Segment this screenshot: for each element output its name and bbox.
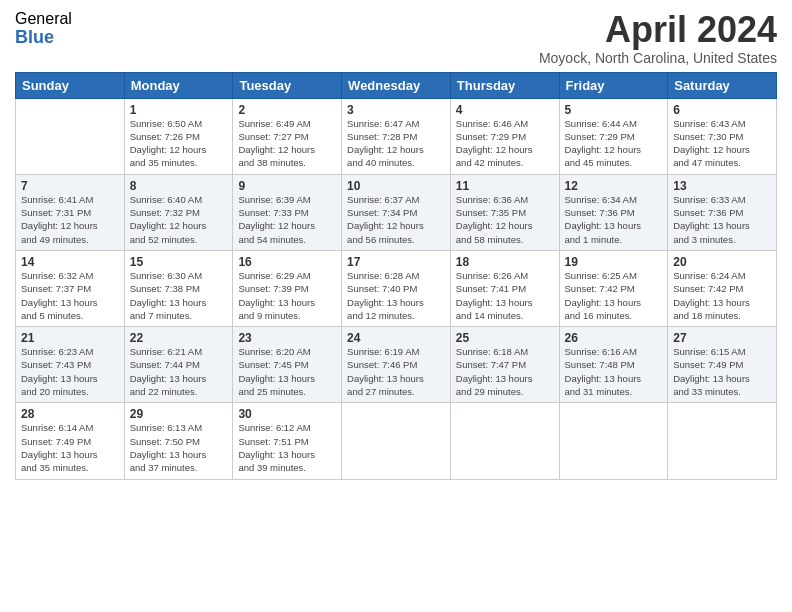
col-friday: Friday: [559, 72, 668, 98]
calendar-cell: 23Sunrise: 6:20 AM Sunset: 7:45 PM Dayli…: [233, 327, 342, 403]
calendar-week-4: 21Sunrise: 6:23 AM Sunset: 7:43 PM Dayli…: [16, 327, 777, 403]
header-row: Sunday Monday Tuesday Wednesday Thursday…: [16, 72, 777, 98]
day-info: Sunrise: 6:19 AM Sunset: 7:46 PM Dayligh…: [347, 345, 445, 398]
calendar-cell: 3Sunrise: 6:47 AM Sunset: 7:28 PM Daylig…: [342, 98, 451, 174]
col-monday: Monday: [124, 72, 233, 98]
day-number: 4: [456, 103, 554, 117]
month-title: April 2024: [539, 10, 777, 50]
day-number: 26: [565, 331, 663, 345]
day-info: Sunrise: 6:13 AM Sunset: 7:50 PM Dayligh…: [130, 421, 228, 474]
calendar-cell: [342, 403, 451, 479]
calendar-cell: 26Sunrise: 6:16 AM Sunset: 7:48 PM Dayli…: [559, 327, 668, 403]
day-info: Sunrise: 6:29 AM Sunset: 7:39 PM Dayligh…: [238, 269, 336, 322]
day-info: Sunrise: 6:16 AM Sunset: 7:48 PM Dayligh…: [565, 345, 663, 398]
calendar-cell: 22Sunrise: 6:21 AM Sunset: 7:44 PM Dayli…: [124, 327, 233, 403]
day-info: Sunrise: 6:33 AM Sunset: 7:36 PM Dayligh…: [673, 193, 771, 246]
day-number: 12: [565, 179, 663, 193]
day-info: Sunrise: 6:18 AM Sunset: 7:47 PM Dayligh…: [456, 345, 554, 398]
calendar-table: Sunday Monday Tuesday Wednesday Thursday…: [15, 72, 777, 480]
day-number: 27: [673, 331, 771, 345]
calendar-week-3: 14Sunrise: 6:32 AM Sunset: 7:37 PM Dayli…: [16, 250, 777, 326]
logo-blue: Blue: [15, 28, 72, 48]
day-number: 20: [673, 255, 771, 269]
calendar-cell: 17Sunrise: 6:28 AM Sunset: 7:40 PM Dayli…: [342, 250, 451, 326]
day-info: Sunrise: 6:39 AM Sunset: 7:33 PM Dayligh…: [238, 193, 336, 246]
day-number: 1: [130, 103, 228, 117]
calendar-cell: 30Sunrise: 6:12 AM Sunset: 7:51 PM Dayli…: [233, 403, 342, 479]
title-area: April 2024 Moyock, North Carolina, Unite…: [539, 10, 777, 66]
calendar-cell: 25Sunrise: 6:18 AM Sunset: 7:47 PM Dayli…: [450, 327, 559, 403]
day-info: Sunrise: 6:32 AM Sunset: 7:37 PM Dayligh…: [21, 269, 119, 322]
day-info: Sunrise: 6:21 AM Sunset: 7:44 PM Dayligh…: [130, 345, 228, 398]
day-info: Sunrise: 6:25 AM Sunset: 7:42 PM Dayligh…: [565, 269, 663, 322]
day-number: 10: [347, 179, 445, 193]
page: General Blue April 2024 Moyock, North Ca…: [0, 0, 792, 612]
calendar-cell: 19Sunrise: 6:25 AM Sunset: 7:42 PM Dayli…: [559, 250, 668, 326]
col-wednesday: Wednesday: [342, 72, 451, 98]
calendar-cell: [450, 403, 559, 479]
calendar-cell: 11Sunrise: 6:36 AM Sunset: 7:35 PM Dayli…: [450, 174, 559, 250]
calendar-cell: 20Sunrise: 6:24 AM Sunset: 7:42 PM Dayli…: [668, 250, 777, 326]
day-number: 30: [238, 407, 336, 421]
day-number: 21: [21, 331, 119, 345]
calendar-cell: 28Sunrise: 6:14 AM Sunset: 7:49 PM Dayli…: [16, 403, 125, 479]
calendar-cell: 29Sunrise: 6:13 AM Sunset: 7:50 PM Dayli…: [124, 403, 233, 479]
day-number: 25: [456, 331, 554, 345]
calendar-cell: [668, 403, 777, 479]
day-number: 3: [347, 103, 445, 117]
day-number: 5: [565, 103, 663, 117]
calendar-week-2: 7Sunrise: 6:41 AM Sunset: 7:31 PM Daylig…: [16, 174, 777, 250]
day-number: 15: [130, 255, 228, 269]
day-number: 16: [238, 255, 336, 269]
day-number: 19: [565, 255, 663, 269]
logo: General Blue: [15, 10, 72, 47]
calendar-cell: 21Sunrise: 6:23 AM Sunset: 7:43 PM Dayli…: [16, 327, 125, 403]
day-number: 2: [238, 103, 336, 117]
day-info: Sunrise: 6:47 AM Sunset: 7:28 PM Dayligh…: [347, 117, 445, 170]
calendar-cell: 16Sunrise: 6:29 AM Sunset: 7:39 PM Dayli…: [233, 250, 342, 326]
day-info: Sunrise: 6:37 AM Sunset: 7:34 PM Dayligh…: [347, 193, 445, 246]
day-info: Sunrise: 6:46 AM Sunset: 7:29 PM Dayligh…: [456, 117, 554, 170]
calendar-cell: 9Sunrise: 6:39 AM Sunset: 7:33 PM Daylig…: [233, 174, 342, 250]
day-number: 23: [238, 331, 336, 345]
col-sunday: Sunday: [16, 72, 125, 98]
calendar-cell: [559, 403, 668, 479]
day-number: 7: [21, 179, 119, 193]
day-info: Sunrise: 6:41 AM Sunset: 7:31 PM Dayligh…: [21, 193, 119, 246]
calendar-cell: 15Sunrise: 6:30 AM Sunset: 7:38 PM Dayli…: [124, 250, 233, 326]
logo-text: General Blue: [15, 10, 72, 47]
day-info: Sunrise: 6:34 AM Sunset: 7:36 PM Dayligh…: [565, 193, 663, 246]
day-info: Sunrise: 6:40 AM Sunset: 7:32 PM Dayligh…: [130, 193, 228, 246]
day-info: Sunrise: 6:26 AM Sunset: 7:41 PM Dayligh…: [456, 269, 554, 322]
day-info: Sunrise: 6:50 AM Sunset: 7:26 PM Dayligh…: [130, 117, 228, 170]
calendar-cell: 2Sunrise: 6:49 AM Sunset: 7:27 PM Daylig…: [233, 98, 342, 174]
calendar-week-1: 1Sunrise: 6:50 AM Sunset: 7:26 PM Daylig…: [16, 98, 777, 174]
calendar-cell: 27Sunrise: 6:15 AM Sunset: 7:49 PM Dayli…: [668, 327, 777, 403]
calendar-cell: 4Sunrise: 6:46 AM Sunset: 7:29 PM Daylig…: [450, 98, 559, 174]
logo-general: General: [15, 10, 72, 28]
calendar-cell: 10Sunrise: 6:37 AM Sunset: 7:34 PM Dayli…: [342, 174, 451, 250]
day-number: 14: [21, 255, 119, 269]
day-info: Sunrise: 6:43 AM Sunset: 7:30 PM Dayligh…: [673, 117, 771, 170]
day-number: 18: [456, 255, 554, 269]
calendar-cell: 1Sunrise: 6:50 AM Sunset: 7:26 PM Daylig…: [124, 98, 233, 174]
day-info: Sunrise: 6:36 AM Sunset: 7:35 PM Dayligh…: [456, 193, 554, 246]
col-thursday: Thursday: [450, 72, 559, 98]
day-info: Sunrise: 6:44 AM Sunset: 7:29 PM Dayligh…: [565, 117, 663, 170]
day-number: 8: [130, 179, 228, 193]
calendar-week-5: 28Sunrise: 6:14 AM Sunset: 7:49 PM Dayli…: [16, 403, 777, 479]
col-saturday: Saturday: [668, 72, 777, 98]
calendar-cell: 18Sunrise: 6:26 AM Sunset: 7:41 PM Dayli…: [450, 250, 559, 326]
day-info: Sunrise: 6:14 AM Sunset: 7:49 PM Dayligh…: [21, 421, 119, 474]
calendar-cell: 7Sunrise: 6:41 AM Sunset: 7:31 PM Daylig…: [16, 174, 125, 250]
calendar-cell: 12Sunrise: 6:34 AM Sunset: 7:36 PM Dayli…: [559, 174, 668, 250]
calendar-cell: 14Sunrise: 6:32 AM Sunset: 7:37 PM Dayli…: [16, 250, 125, 326]
day-info: Sunrise: 6:15 AM Sunset: 7:49 PM Dayligh…: [673, 345, 771, 398]
day-info: Sunrise: 6:49 AM Sunset: 7:27 PM Dayligh…: [238, 117, 336, 170]
day-number: 22: [130, 331, 228, 345]
location: Moyock, North Carolina, United States: [539, 50, 777, 66]
day-info: Sunrise: 6:20 AM Sunset: 7:45 PM Dayligh…: [238, 345, 336, 398]
calendar-cell: 13Sunrise: 6:33 AM Sunset: 7:36 PM Dayli…: [668, 174, 777, 250]
day-info: Sunrise: 6:30 AM Sunset: 7:38 PM Dayligh…: [130, 269, 228, 322]
col-tuesday: Tuesday: [233, 72, 342, 98]
